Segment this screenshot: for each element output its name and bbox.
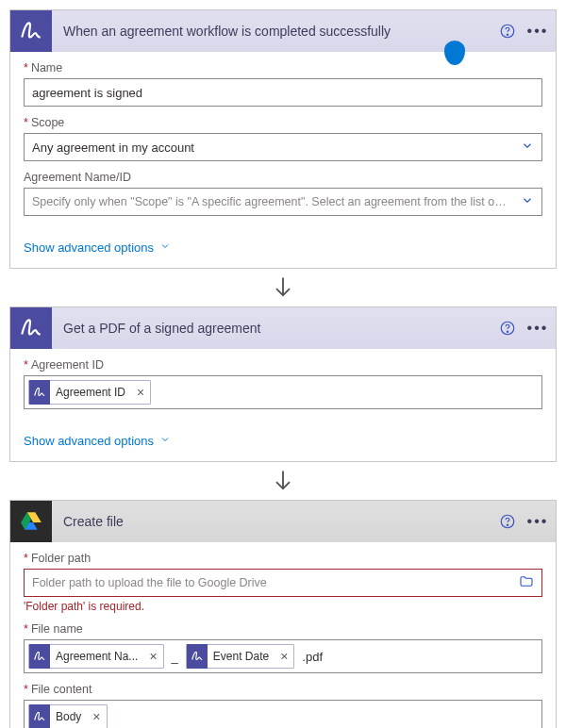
folder-error: 'Folder path' is required. bbox=[24, 600, 542, 613]
name-input[interactable] bbox=[24, 78, 542, 107]
svg-point-1 bbox=[507, 34, 508, 35]
step1-title: When an agreement workflow is completed … bbox=[52, 24, 497, 39]
advanced-label: Show advanced options bbox=[24, 434, 154, 448]
adobe-sign-icon bbox=[29, 644, 50, 669]
name-field: Name bbox=[24, 61, 542, 107]
filename-suffix: .pdf bbox=[298, 650, 326, 664]
step3-header[interactable]: Create file ••• bbox=[10, 501, 556, 542]
adobe-sign-icon bbox=[187, 644, 208, 669]
token-event-date[interactable]: Event Date × bbox=[186, 644, 295, 669]
step-get-pdf: Get a PDF of a signed agreement ••• Agre… bbox=[9, 306, 557, 462]
token-label: Agreement ID bbox=[50, 386, 131, 399]
token-label: Body bbox=[50, 710, 87, 723]
svg-point-3 bbox=[507, 331, 508, 332]
help-icon[interactable] bbox=[497, 318, 518, 339]
chevron-down-icon bbox=[159, 434, 171, 448]
show-advanced-link[interactable]: Show advanced options bbox=[10, 430, 184, 461]
remove-token-icon[interactable]: × bbox=[87, 709, 106, 724]
folder-path-field: Folder path Folder path to upload the fi… bbox=[24, 552, 542, 613]
chevron-down-icon bbox=[521, 140, 534, 156]
file-content-field: File content Body × bbox=[24, 683, 542, 728]
agreement-field: Agreement Name/ID Specify only when "Sco… bbox=[24, 171, 542, 216]
folder-path-input[interactable]: Folder path to upload the file to Google… bbox=[24, 569, 542, 597]
agreement-label: Agreement Name/ID bbox=[24, 171, 542, 184]
file-content-label: File content bbox=[24, 683, 542, 696]
file-name-input[interactable]: Agreement Na... × _ Event Date × .pdf bbox=[24, 639, 542, 673]
adobe-sign-icon bbox=[10, 10, 52, 52]
step3-title: Create file bbox=[52, 514, 497, 529]
adobe-sign-icon bbox=[29, 380, 50, 405]
step-agreement-completed: When an agreement workflow is completed … bbox=[9, 9, 557, 269]
more-icon[interactable]: ••• bbox=[527, 21, 548, 41]
folder-placeholder: Folder path to upload the file to Google… bbox=[32, 576, 509, 589]
scope-value: Any agreement in my account bbox=[32, 141, 194, 155]
step1-header[interactable]: When an agreement workflow is completed … bbox=[10, 10, 556, 52]
agreement-select[interactable]: Specify only when "Scope" is "A specific… bbox=[24, 188, 542, 216]
step-create-file: Create file ••• Folder path Folder path … bbox=[9, 500, 557, 728]
folder-path-label: Folder path bbox=[24, 552, 542, 565]
svg-point-5 bbox=[507, 524, 508, 525]
step2-header[interactable]: Get a PDF of a signed agreement ••• bbox=[10, 307, 556, 349]
chevron-down-icon bbox=[521, 194, 534, 210]
chevron-down-icon bbox=[159, 240, 171, 255]
folder-picker-icon[interactable] bbox=[519, 574, 534, 592]
agreement-id-input[interactable]: Agreement ID × bbox=[24, 375, 542, 409]
google-drive-icon bbox=[10, 501, 52, 542]
remove-token-icon[interactable]: × bbox=[131, 385, 150, 400]
connector-arrow bbox=[9, 462, 557, 500]
token-body[interactable]: Body × bbox=[28, 704, 108, 728]
scope-field: Scope Any agreement in my account bbox=[24, 116, 542, 161]
more-icon[interactable]: ••• bbox=[527, 318, 548, 339]
scope-select[interactable]: Any agreement in my account bbox=[24, 133, 542, 161]
more-icon[interactable]: ••• bbox=[527, 511, 548, 532]
token-agreement-name[interactable]: Agreement Na... × bbox=[28, 644, 164, 669]
name-label: Name bbox=[24, 61, 542, 74]
agreement-id-label: Agreement ID bbox=[24, 358, 542, 372]
adobe-sign-icon bbox=[29, 704, 50, 728]
agreement-placeholder: Specify only when "Scope" is "A specific… bbox=[32, 195, 509, 208]
remove-token-icon[interactable]: × bbox=[275, 649, 293, 664]
help-icon[interactable] bbox=[497, 21, 518, 41]
step1-body: Name Scope Any agreement in my account A… bbox=[10, 52, 556, 237]
file-name-label: File name bbox=[24, 622, 542, 636]
step2-body: Agreement ID Agreement ID × bbox=[10, 349, 556, 430]
file-name-field: File name Agreement Na... × _ Event Date… bbox=[24, 622, 542, 673]
agreement-id-field: Agreement ID Agreement ID × bbox=[24, 358, 542, 409]
help-icon[interactable] bbox=[497, 511, 518, 532]
token-agreement-id[interactable]: Agreement ID × bbox=[28, 380, 151, 405]
remove-token-icon[interactable]: × bbox=[143, 649, 162, 664]
show-advanced-link[interactable]: Show advanced options bbox=[10, 237, 184, 268]
file-content-input[interactable]: Body × bbox=[24, 700, 542, 728]
filename-separator: _ bbox=[168, 650, 182, 664]
connector-arrow bbox=[9, 269, 557, 306]
token-label: Agreement Na... bbox=[50, 650, 143, 663]
token-label: Event Date bbox=[208, 650, 275, 663]
advanced-label: Show advanced options bbox=[24, 240, 154, 255]
adobe-sign-icon bbox=[10, 307, 52, 349]
step3-body: Folder path Folder path to upload the fi… bbox=[10, 542, 556, 728]
scope-label: Scope bbox=[24, 116, 542, 129]
step2-title: Get a PDF of a signed agreement bbox=[52, 321, 497, 336]
